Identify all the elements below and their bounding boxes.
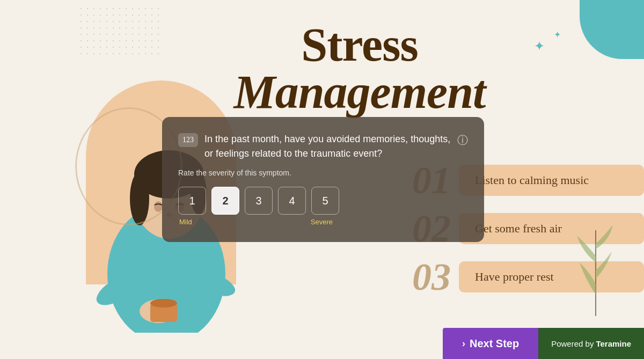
rating-section: 1 2 3 4 5 Mild Severe [178,187,468,226]
next-step-arrow: › [462,338,465,349]
label-severe: Severe [311,218,333,226]
modal-type-icon: 123 [178,133,198,147]
modal-subtext: Rate the severity of this symptom. [178,168,468,177]
label-mild: Mild [179,218,192,226]
modal-info-icon[interactable]: ⓘ [457,133,468,148]
rating-btn-2[interactable]: 2 [211,187,239,215]
modal-question-text: In the past month, have you avoided memo… [204,132,457,161]
powered-by-prefix: Powered by [551,339,594,348]
star-decoration-2: ✦ [554,30,561,40]
rating-btn-3[interactable]: 3 [245,187,273,215]
question-modal: 123 In the past month, have you avoided … [162,117,484,242]
title-line1: Stress [204,21,515,69]
teal-corner-shape [580,0,644,59]
modal-header: 123 In the past month, have you avoided … [178,132,468,161]
modal-header-left: 123 In the past month, have you avoided … [178,132,457,161]
item-number-3: 03 [402,258,451,296]
plant-decoration [574,209,617,316]
rating-btn-4[interactable]: 4 [278,187,306,215]
powered-by-brand: Teramine [596,339,631,348]
rating-btn-5[interactable]: 5 [311,187,339,215]
star-decoration-1: ✦ [534,39,545,54]
bottom-bar: › Next Step Powered by Teramine [443,328,644,359]
next-step-label: Next Step [470,338,519,350]
rating-row: 1 2 3 4 5 [178,187,468,215]
item-label-1: Listen to calming music [459,165,644,196]
svg-point-12 [150,299,177,307]
rating-labels: Mild Severe [178,218,334,226]
dot-pattern-decoration [78,5,164,59]
powered-by-bar: Powered by Teramine [538,328,644,359]
rating-btn-1[interactable]: 1 [178,187,206,215]
next-step-button[interactable]: › Next Step [443,328,538,359]
